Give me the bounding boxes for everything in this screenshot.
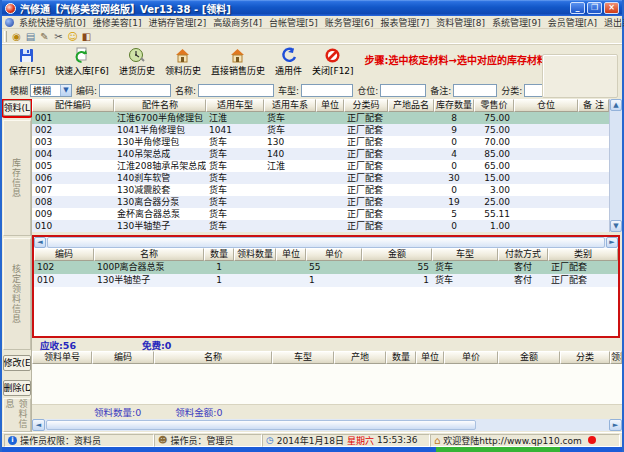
- table-row[interactable]: 0021041半角修理包1041货车正厂配套975.00: [32, 124, 609, 136]
- cell: 102: [34, 261, 94, 274]
- table-row[interactable]: 005江淮208轴承吊架总成货车江淮正厂配套065.00: [32, 160, 609, 172]
- scroll-left-icon[interactable]: ◄: [32, 419, 45, 431]
- scrollbar-track[interactable]: [610, 111, 622, 220]
- column-header[interactable]: 编码: [92, 351, 154, 364]
- scroll-up-icon[interactable]: ▲: [610, 99, 622, 111]
- column-header[interactable]: 名称: [154, 351, 272, 364]
- column-header[interactable]: 产地品名: [388, 99, 434, 112]
- column-header[interactable]: 领料: [610, 351, 622, 364]
- edit-icon[interactable]: ✎: [38, 30, 51, 43]
- common-parts-button[interactable]: 通用件: [270, 46, 307, 78]
- menu-item-members[interactable]: 会员管理[A]: [548, 16, 597, 29]
- restore-button[interactable]: ❐: [587, 2, 602, 14]
- column-header[interactable]: 单位: [276, 248, 306, 261]
- pick-material-button[interactable]: 领料(L): [3, 100, 31, 116]
- pick-history-button[interactable]: 领料历史: [160, 46, 206, 78]
- fuzzy-mode-select[interactable]: 模糊 ▼: [30, 84, 72, 97]
- close-form-button[interactable]: 关闭[F12]: [307, 46, 359, 78]
- quick-inbound-button[interactable]: 快速入库[F6]: [50, 46, 114, 78]
- column-header[interactable]: 金额: [498, 351, 560, 364]
- table-row[interactable]: 010130半轴垫子货车正厂配套01.00: [32, 220, 609, 232]
- exit-icon[interactable]: ◧: [80, 30, 93, 43]
- cell: 江淮6700半角修理包: [114, 112, 206, 124]
- column-header[interactable]: 类别: [548, 248, 618, 261]
- column-header[interactable]: 车型: [432, 248, 498, 261]
- column-header[interactable]: 名称: [94, 248, 204, 261]
- approved-horizontal-scrollbar[interactable]: ◄ ►: [34, 237, 618, 248]
- minimize-button[interactable]: _: [570, 2, 585, 14]
- column-header[interactable]: 数量: [386, 351, 416, 364]
- column-header[interactable]: 领料单号: [32, 351, 92, 364]
- column-header[interactable]: 单位: [316, 99, 344, 112]
- scroll-right-icon[interactable]: ►: [609, 419, 622, 431]
- scroll-left-icon[interactable]: ◄: [34, 237, 46, 248]
- notebook-icon[interactable]: ▤: [24, 30, 37, 43]
- menu-item-business[interactable]: 高级商务[4]: [213, 16, 262, 29]
- column-header[interactable]: 库存数量: [434, 99, 474, 112]
- modify-button[interactable]: 修改(E): [3, 355, 31, 371]
- smiley-icon[interactable]: ☺: [66, 30, 79, 43]
- code-filter-input[interactable]: [99, 84, 171, 97]
- bottom-horizontal-scrollbar[interactable]: ◄ ►: [32, 419, 622, 431]
- chevron-down-icon[interactable]: ▼: [60, 85, 71, 96]
- column-header[interactable]: 分类码: [344, 99, 388, 112]
- column-header[interactable]: 备 注: [578, 99, 609, 112]
- column-header[interactable]: 适用车型: [206, 99, 264, 112]
- table-row[interactable]: 006140刹车软管货车正厂配套3015.00: [32, 172, 609, 184]
- table-row[interactable]: 001江淮6700半角修理包江淮货车正厂配套875.00: [32, 112, 609, 124]
- scroll-down-icon[interactable]: ▼: [610, 220, 622, 232]
- column-header[interactable]: 金额: [362, 248, 432, 261]
- table-row[interactable]: 010130半轴垫子111货车客付正厂配套: [34, 274, 618, 287]
- close-window-button[interactable]: ×: [604, 2, 619, 14]
- menu-item-inventory[interactable]: 进销存管理[2]: [149, 16, 207, 29]
- save-button[interactable]: 保存[F5]: [4, 46, 50, 78]
- column-header[interactable]: 领料数量: [234, 248, 276, 261]
- note-filter-input[interactable]: [453, 84, 497, 97]
- column-header[interactable]: 适用车系: [264, 99, 316, 112]
- money-icon[interactable]: ◉: [10, 30, 23, 43]
- menu-item-reports[interactable]: 报表管理[7]: [381, 16, 430, 29]
- table-row[interactable]: 009金杯离合器总泵货车正厂配套555.11: [32, 208, 609, 220]
- menu-item-system[interactable]: 系统管理[9]: [492, 16, 541, 29]
- name-filter-input[interactable]: [198, 84, 274, 97]
- menu-item-repair[interactable]: 维修美容[1]: [93, 16, 142, 29]
- menu-item-ledger[interactable]: 台帐管理[5]: [269, 16, 318, 29]
- cell: [578, 148, 609, 160]
- direct-sales-history-button[interactable]: 直接销售历史: [206, 46, 270, 78]
- cell: 1: [204, 261, 234, 274]
- menu-item-exit[interactable]: 退出系统: [604, 16, 624, 29]
- model-filter-input[interactable]: [301, 84, 353, 97]
- scrollbar-thumb[interactable]: [47, 237, 605, 248]
- column-header[interactable]: 零售价: [474, 99, 514, 112]
- column-header[interactable]: 分类: [560, 351, 610, 364]
- delete-button[interactable]: 删除(D): [3, 380, 31, 396]
- column-header[interactable]: 单价: [444, 351, 498, 364]
- title-bar: 汽修通【汽修美容网络版】Ver13.38 - [领料] _ ❐ ×: [2, 0, 622, 16]
- scrollbar-thumb[interactable]: [46, 420, 476, 430]
- menu-item-nav[interactable]: 系统快捷导航[0]: [19, 16, 86, 29]
- column-header[interactable]: 单价: [306, 248, 362, 261]
- scroll-right-icon[interactable]: ►: [606, 237, 618, 248]
- table-row[interactable]: 003130半角修理包货车130正厂配套070.00: [32, 136, 609, 148]
- cell: 正厂配套: [344, 148, 388, 160]
- table-row[interactable]: 007130减震胶套货车正厂配套03.00: [32, 184, 609, 196]
- table-row[interactable]: 008130离合器分泵货车正厂配套1925.00: [32, 196, 609, 208]
- column-header[interactable]: 配件编码: [32, 99, 114, 112]
- table-row[interactable]: 004140吊架总成货车140正厂配套485.00: [32, 148, 609, 160]
- signature-icon[interactable]: ✂: [52, 30, 65, 43]
- column-header[interactable]: 产地: [334, 351, 386, 364]
- column-header[interactable]: 仓位: [514, 99, 578, 112]
- purchase-history-button[interactable]: 进货历史: [114, 46, 160, 78]
- column-header[interactable]: 配件名称: [114, 99, 206, 112]
- cell: [514, 172, 578, 184]
- menu-item-accounting[interactable]: 账务管理[6]: [325, 16, 374, 29]
- column-header[interactable]: 车型: [272, 351, 334, 364]
- menu-item-data[interactable]: 资料管理[8]: [436, 16, 485, 29]
- column-header[interactable]: 单位: [416, 351, 444, 364]
- column-header[interactable]: 数量: [204, 248, 234, 261]
- column-header[interactable]: 付款方式: [498, 248, 548, 261]
- bin-filter-input[interactable]: [380, 84, 426, 97]
- column-header[interactable]: 编码: [34, 248, 94, 261]
- table-row[interactable]: 102100P离合器总泵15555货车客付正厂配套: [34, 261, 618, 274]
- inventory-vertical-scrollbar[interactable]: ▲ ▼: [609, 99, 622, 232]
